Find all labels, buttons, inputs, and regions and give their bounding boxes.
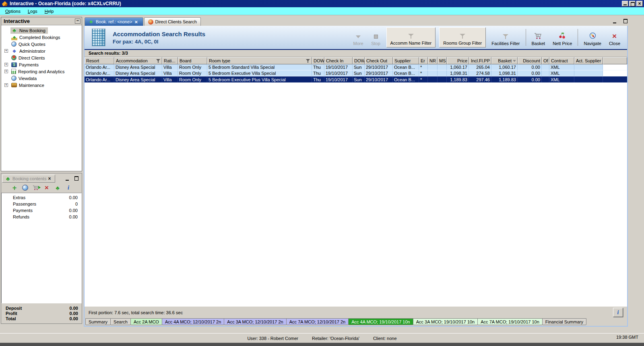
accomm-name-filter-button[interactable]: Accomm Name Filter [386,27,436,47]
column-header-supplier[interactable]: Supplier [393,57,419,64]
column-header-incl-fl-pp[interactable]: Incl.Fl.PP [469,57,491,64]
bottom-tab[interactable]: Acc 3A MCO; 19/10/2017 10n [413,318,478,325]
column-header-rating[interactable]: Rati... [162,57,178,64]
cell-check-in: 19/10/2017 [324,70,353,76]
column-header-dow-out[interactable]: DOW [353,57,365,64]
more-button[interactable]: More [351,28,365,47]
list-item[interactable]: Passengers 0 [2,201,81,207]
cell-room-type: 5 Bedroom Standard Villa Special [207,64,312,70]
close-results-button[interactable]: Close [607,28,622,47]
column-header-check-in[interactable]: Check In [324,57,353,64]
column-header-check-out[interactable]: Check Out [365,57,393,64]
bottom-tab[interactable]: Acc 3A MCO; 12/10/2017 2n [224,318,286,325]
delete-icon[interactable] [43,185,50,191]
sidebar-item[interactable]: Viewdata [1,75,82,82]
maximize-icon[interactable] [73,175,80,181]
column-header-resort[interactable]: Resort [85,57,114,64]
result-row[interactable]: Orlando Ar... Disney Area Special Villa … [85,64,627,70]
expand-icon[interactable] [4,70,8,73]
close-icon[interactable] [636,1,643,6]
menu-item[interactable]: Help [41,8,58,15]
column-header-act-supplier[interactable]: Act. Supplier [574,57,603,64]
column-header-price[interactable]: Price [447,57,469,64]
result-row[interactable]: Orlando Ar... Disney Area Special Villa … [85,70,627,76]
bottom-tab[interactable]: Acc 7A MCO; 19/10/2017 10n [477,318,543,325]
sidebar-item[interactable]: Completed Bookings [1,34,82,41]
column-header-er[interactable]: Er [419,57,428,64]
filter-icon[interactable] [306,59,310,63]
minimize-icon[interactable] [64,175,72,181]
stop-button[interactable]: Stop [369,28,383,47]
add-to-basket-cart-icon[interactable] [33,185,39,191]
cell-basket: 1,189.83 [491,76,518,82]
sidebar-item[interactable]: Reporting and Analytics [1,68,82,75]
list-item[interactable]: Payments 0.00 [2,207,81,214]
expand-icon[interactable] [4,63,8,66]
info-icon[interactable] [65,185,72,191]
compass-icon [589,32,597,39]
sidebar-item[interactable]: Quick Quotes [1,41,82,47]
column-header-accommodation[interactable]: Accommodation [114,57,162,64]
sidebar-item[interactable]: Payments [1,61,82,68]
column-header-board[interactable]: Board [178,57,207,64]
cart-icon [534,33,542,39]
total-row: Total 0.00 [6,316,78,321]
collapse-icon[interactable] [75,19,80,24]
bottom-tab[interactable]: Financial Summary [542,318,586,325]
sidebar-item-label: New Booking [19,28,45,33]
bottom-tab[interactable]: Search [110,318,131,325]
panel-title: Interactive [4,18,30,24]
column-header-room-type[interactable]: Room type [207,57,312,64]
filter-icon[interactable] [156,59,161,63]
minimize-icon[interactable] [622,1,628,6]
accommodation-results-window: Accommodation Search Results For pax: 4A… [84,26,628,327]
expand-icon[interactable] [4,83,8,87]
info-button[interactable]: i [613,308,623,317]
nett-price-button[interactable]: Nett Price [551,28,574,47]
facilities-filter-button[interactable]: Facilities Filter [489,28,522,47]
basket-button[interactable]: Basket [530,28,547,47]
refresh-globe-icon[interactable] [22,185,28,191]
minimize-icon[interactable] [612,18,619,24]
list-item[interactable]: Extras 0.00 [2,194,81,201]
sidebar-item[interactable]: Direct Clients [1,54,82,61]
maximize-icon[interactable] [622,18,630,24]
bottom-tab[interactable]: Acc 4A MCO; 19/10/2017 10n [348,318,413,325]
restore-icon[interactable] [629,1,636,6]
tab-close-icon[interactable] [134,19,139,25]
sidebar-item-label: Quick Quotes [19,42,45,47]
document-tab[interactable]: Book. ref.: <none> [85,17,143,26]
booking-contents-tab[interactable]: Booking contents [2,175,55,183]
add-item-icon[interactable] [11,185,18,191]
cell-nr [428,64,438,70]
result-row[interactable]: Orlando Ar... Disney Area Special Villa … [85,76,627,82]
bottom-tab[interactable]: Acc 2A MCO [130,318,162,325]
cell-resort: Orlando Ar... [85,70,114,76]
palm-tree-icon[interactable] [54,185,61,191]
sidebar-item[interactable]: Administrator [1,47,82,54]
column-header-basket[interactable]: Basket [491,57,518,64]
column-header-contract[interactable]: Contract [549,57,574,64]
column-header-dow-in[interactable]: DOW [312,57,324,64]
bottom-tab[interactable]: Acc 4A MCO; 12/10/2017 2n [162,318,224,325]
cell-rating: Villa [162,64,178,70]
list-item[interactable]: Refunds 0.00 [2,214,81,220]
navigate-button[interactable]: Navigate [582,28,603,47]
close-icon[interactable] [48,176,52,181]
expand-icon[interactable] [4,49,8,53]
column-header-nr[interactable]: NR [428,57,438,64]
menu-item[interactable]: Options [2,8,24,15]
bottom-tab[interactable]: Summary [85,318,111,325]
sidebar-item[interactable]: New Booking [1,27,82,34]
title-bar: Interactive - Ocean-Florida (code: x4CXL… [0,0,644,7]
bottom-tab[interactable]: Acc 7A MCO; 12/10/2017 2n [286,318,349,325]
column-header-ms[interactable]: MS [438,57,447,64]
cell-ms [438,70,447,76]
cell-incl-fl-pp: 297.46 [469,76,491,82]
sidebar-item[interactable]: Maintenance [1,82,82,89]
column-header-discount[interactable]: Discount [518,57,542,64]
document-tab[interactable]: Direct Clients Search [144,17,201,26]
menu-item[interactable]: Logs [24,8,41,15]
rooms-group-filter-button[interactable]: Rooms Group Filter [439,27,486,47]
column-header-of[interactable]: Of [542,57,549,64]
